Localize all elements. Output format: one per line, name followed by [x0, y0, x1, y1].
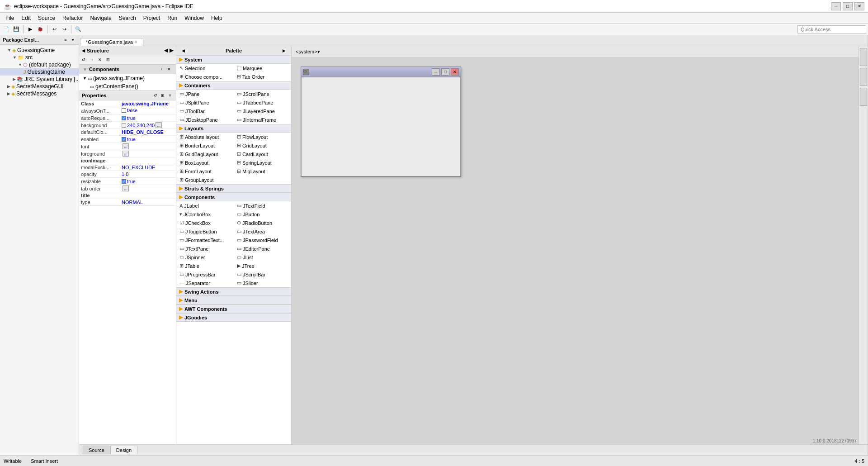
palette-section-struts-header[interactable]: ▶ Struts & Springs: [176, 185, 291, 193]
quick-access-input[interactable]: [797, 25, 866, 33]
checkbox-autoreque[interactable]: ✓: [122, 116, 126, 120]
palette-item-marquee[interactable]: ⬚ Marquee: [234, 64, 291, 72]
tree-item-secret-msg-gui[interactable]: ▶ ◈ SecretMessageGUI: [0, 83, 79, 90]
menu-window[interactable]: Window: [181, 14, 208, 22]
run-button[interactable]: ▶: [26, 25, 35, 34]
palette-section-menu-header[interactable]: ▶ Menu: [176, 296, 291, 304]
palette-item-jtogglebutton[interactable]: ▭ JToggleButton: [176, 227, 234, 236]
palette-item-gridbaglayout[interactable]: ⊞ GridBagLayout: [176, 150, 234, 158]
jframe-minimize[interactable]: ─: [432, 68, 440, 76]
checkbox-enabled[interactable]: ✓: [122, 137, 126, 142]
palette-item-miglayout[interactable]: ⊞ MigLayout: [234, 167, 291, 176]
palette-item-jseparator[interactable]: — JSeparator: [176, 279, 234, 287]
palette-item-jlayeredpane[interactable]: ▭ JLayeredPane: [234, 107, 291, 115]
palette-item-jtree[interactable]: ▶ JTree: [234, 262, 291, 270]
maximize-button[interactable]: □: [843, 2, 853, 10]
palette-item-gridlayout[interactable]: ⊞ GridLayout: [234, 141, 291, 150]
palette-item-jtextfield[interactable]: ▭ JTextField: [234, 201, 291, 210]
ellipsis-button-taborder[interactable]: ...: [123, 185, 129, 191]
menu-refactor[interactable]: Refactor: [59, 14, 86, 22]
palette-section-components-header[interactable]: ▶ Components: [176, 193, 291, 201]
palette-item-selection[interactable]: ↖ Selection: [176, 64, 234, 72]
tree-item-src[interactable]: ▼ 📁 src: [0, 54, 79, 61]
palette-item-jradiobutton[interactable]: ⊙ JRadioButton: [234, 219, 291, 227]
struct-tb-btn-2[interactable]: →: [88, 56, 95, 63]
palette-item-jeditorpane[interactable]: ▭ JEditorPane: [234, 244, 291, 253]
editor-tab-guessing-game[interactable]: *GuessingGame.java ×: [80, 38, 143, 46]
menu-project[interactable]: Project: [140, 14, 164, 22]
palette-item-jtoolbar[interactable]: ▭ JToolBar: [176, 107, 234, 115]
palette-item-borderlayout[interactable]: ⊞ BorderLayout: [176, 141, 234, 150]
palette-section-awt-header[interactable]: ▶ AWT Components: [176, 305, 291, 313]
menu-run[interactable]: Run: [164, 14, 181, 22]
palette-section-swing-actions-header[interactable]: ▶ Swing Actions: [176, 288, 291, 296]
palette-section-system-header[interactable]: ▶ System: [176, 56, 291, 64]
struct-tree-jframe[interactable]: ▼ ▭ (javax.swing.JFrame): [79, 74, 176, 82]
checkbox-resizable[interactable]: ✓: [122, 179, 126, 184]
menu-source[interactable]: Source: [34, 14, 59, 22]
view-menu-button[interactable]: ▾: [70, 37, 76, 43]
palette-item-jscrollbar[interactable]: ▭ JScrollBar: [234, 270, 291, 279]
palette-section-layouts-header[interactable]: ▶ Layouts: [176, 124, 291, 133]
prop-btn-2[interactable]: ⊞: [160, 92, 166, 99]
close-button[interactable]: ✕: [854, 2, 864, 10]
palette-item-jdesktoppane[interactable]: ▭ JDesktopPane: [176, 115, 234, 124]
palette-item-tab-order[interactable]: ⊞ Tab Order: [234, 72, 291, 81]
prop-btn-1[interactable]: ↺: [152, 92, 159, 99]
comp-add-button[interactable]: +: [159, 66, 165, 72]
palette-item-jsplitpane[interactable]: ▭ JSplitPane: [176, 98, 234, 107]
struct-tb-btn-1[interactable]: ↺: [80, 56, 87, 63]
nav-back-icon[interactable]: ◀: [82, 48, 85, 53]
comp-settings-button[interactable]: ✕: [166, 66, 172, 72]
prop-btn-3[interactable]: ≡: [167, 92, 173, 99]
rs-btn-3[interactable]: [860, 88, 867, 106]
palette-item-jprogressbar[interactable]: ▭ JProgressBar: [176, 270, 234, 279]
struct-nav-fwd[interactable]: ▶: [170, 48, 173, 53]
palette-item-jtextpane[interactable]: ▭ JTextPane: [176, 244, 234, 253]
palette-item-grouplayout[interactable]: ⊞ GroupLayout: [176, 176, 234, 184]
palette-item-jcombobox[interactable]: ▾ JComboBox: [176, 210, 234, 219]
palette-item-absolute[interactable]: ⊞ Absolute layout: [176, 133, 234, 141]
palette-item-jformattedtext[interactable]: ▭ JFormattedText...: [176, 236, 234, 244]
search-button[interactable]: 🔍: [74, 25, 83, 34]
checkbox-alwaysont[interactable]: [122, 108, 126, 113]
palette-item-jslider[interactable]: ▭ JSlider: [234, 279, 291, 287]
palette-item-jlist[interactable]: ▭ JList: [234, 253, 291, 262]
jframe-maximize[interactable]: □: [441, 68, 449, 76]
struct-tree-contentpane[interactable]: ▭ getContentPane(): [79, 82, 176, 90]
tab-design[interactable]: Design: [110, 446, 137, 454]
palette-item-springlayout[interactable]: ⊟ SpringLayout: [234, 158, 291, 167]
canvas-system-select[interactable]: <system> ▾: [293, 47, 322, 56]
struct-tb-btn-3[interactable]: ✕: [96, 56, 104, 63]
struct-nav-back[interactable]: ◀: [164, 48, 168, 53]
ellipsis-button-font[interactable]: ...: [123, 143, 129, 149]
jframe-close[interactable]: ✕: [451, 68, 459, 76]
palette-item-jcheckbox[interactable]: ☑ JCheckBox: [176, 219, 234, 227]
palette-item-jtabbedpane[interactable]: ▭ JTabbedPane: [234, 98, 291, 107]
palette-section-containers-header[interactable]: ▶ Containers: [176, 81, 291, 90]
palette-item-jscrollpane[interactable]: ▭ JScrollPane: [234, 90, 291, 98]
menu-edit[interactable]: Edit: [18, 14, 34, 22]
palette-item-jbutton[interactable]: ▭ JButton: [234, 210, 291, 219]
palette-item-jtextarea[interactable]: ▭ JTextArea: [234, 227, 291, 236]
tab-source[interactable]: Source: [83, 446, 110, 454]
menu-help[interactable]: Help: [208, 14, 226, 22]
menu-file[interactable]: File: [2, 14, 18, 22]
tree-item-guessing-game[interactable]: ▼ ◈ GuessingGame: [0, 47, 79, 54]
palette-item-cardlayout[interactable]: ⊟ CardLayout: [234, 150, 291, 158]
redo-button[interactable]: ↪: [60, 25, 69, 34]
palette-section-jgoodies-header[interactable]: ▶ JGoodies: [176, 314, 291, 322]
tree-item-secret-messages[interactable]: ▶ ◈ SecretMessages: [0, 90, 79, 97]
palette-item-choose-compo[interactable]: ⊕ Choose compo...: [176, 72, 234, 81]
palette-item-jinternalframe[interactable]: ▭ JInternalFrame: [234, 115, 291, 124]
palette-item-boxlayout[interactable]: ⊞ BoxLayout: [176, 158, 234, 167]
menu-navigate[interactable]: Navigate: [86, 14, 115, 22]
menu-search[interactable]: Search: [115, 14, 140, 22]
tree-item-default-pkg[interactable]: ▼ ⬡ (default package): [0, 61, 79, 68]
save-button[interactable]: 💾: [12, 25, 21, 34]
palette-item-jpanel[interactable]: ▭ JPanel: [176, 90, 234, 98]
ellipsis-button-background[interactable]: ...: [156, 122, 162, 128]
palette-item-jpasswordfield[interactable]: ▭ JPasswordField: [234, 236, 291, 244]
palette-item-jlabel[interactable]: A JLabel: [176, 201, 234, 210]
palette-item-flowlayout[interactable]: ⊟ FlowLayout: [234, 133, 291, 141]
